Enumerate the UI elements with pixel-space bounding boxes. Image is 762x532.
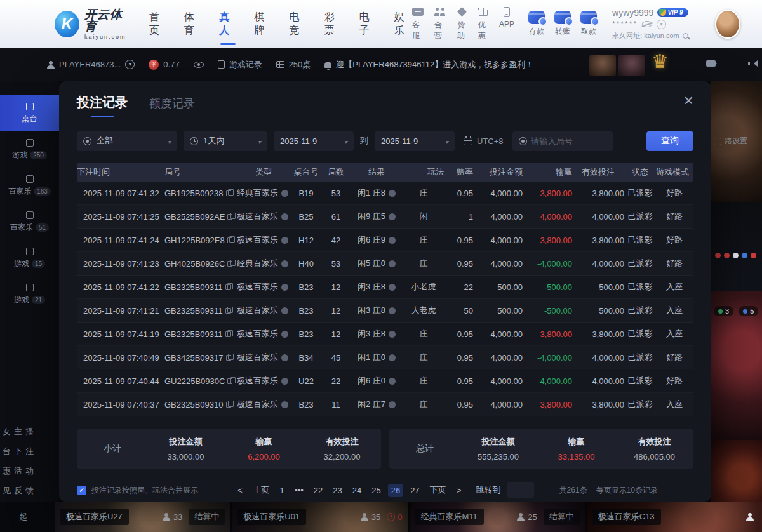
result-detail-icon[interactable] <box>389 284 396 291</box>
info-icon[interactable] <box>281 284 288 291</box>
sidebar-item[interactable]: 桌台 <box>0 95 59 131</box>
table-tile[interactable]: 极速百家乐U27 33 结算中 <box>55 502 230 532</box>
sound-toggle-icon[interactable] <box>751 60 758 67</box>
category-select[interactable]: 全部 <box>77 131 177 151</box>
nav-item[interactable]: 首页 <box>149 7 167 41</box>
info-icon[interactable] <box>281 307 288 314</box>
info-icon[interactable] <box>281 190 288 197</box>
page-button[interactable]: 27 <box>407 484 422 497</box>
page-button[interactable]: < <box>234 484 246 497</box>
result-detail-icon[interactable] <box>389 237 396 244</box>
table-row[interactable]: 2025-11-09 07:40:44 GU2225B0930C 极速百家乐 U… <box>77 369 693 393</box>
nav-item[interactable]: 棋牌 <box>254 7 272 41</box>
sidebar-link[interactable]: 惠活动 <box>3 465 59 477</box>
result-detail-icon[interactable] <box>389 190 396 197</box>
brand-logo[interactable]: K 开云体育 kaiyun.com <box>55 8 131 40</box>
player-dropdown-icon[interactable] <box>125 60 135 69</box>
quick-link[interactable]: 赞助 <box>457 6 467 41</box>
close-icon[interactable] <box>684 94 693 109</box>
table-row[interactable]: 2025-11-09 07:41:23 GH4025B0926C 经典百家乐 H… <box>77 252 693 276</box>
page-button[interactable]: ••• <box>291 484 307 497</box>
time-range-select[interactable]: 1天内 <box>184 131 267 151</box>
table-row[interactable]: 2025-11-09 07:41:24 GH1225B092E8 极速百家乐 H… <box>77 229 693 252</box>
game-records-link[interactable]: 游戏记录 <box>218 59 262 70</box>
sidebar-item[interactable]: 百家乐 51 <box>0 204 59 240</box>
round-input[interactable] <box>531 136 601 146</box>
search-icon[interactable] <box>683 33 688 39</box>
info-icon[interactable] <box>281 237 288 244</box>
result-detail-icon[interactable] <box>389 307 396 314</box>
sidebar-item[interactable]: 游戏 15 <box>0 240 59 276</box>
page-button[interactable]: 26 <box>388 484 403 497</box>
date-from-select[interactable]: 2025-11-9 <box>274 131 354 151</box>
copy-icon[interactable] <box>225 284 231 290</box>
sidebar-link[interactable]: 见反馈 <box>3 485 59 496</box>
user-dropdown-icon[interactable] <box>657 20 666 29</box>
quick-link[interactable]: 客服 <box>412 6 424 41</box>
wallet-link[interactable]: 取款 <box>580 11 597 37</box>
page-button[interactable]: 下页 <box>427 482 450 498</box>
quick-link[interactable]: 合营 <box>434 6 446 41</box>
page-button[interactable]: 25 <box>368 484 384 497</box>
search-button[interactable]: 查询 <box>646 131 693 151</box>
modal-tab[interactable]: 投注记录 <box>77 94 128 117</box>
user-avatar[interactable] <box>715 10 740 39</box>
result-detail-icon[interactable] <box>389 260 396 267</box>
nav-item[interactable]: 体育 <box>184 7 202 41</box>
sidebar-link[interactable]: 台下注 <box>3 446 59 457</box>
video-toggle-icon[interactable] <box>706 60 716 67</box>
page-button[interactable]: 22 <box>311 484 326 497</box>
nav-item[interactable]: 娱乐 <box>394 7 412 41</box>
table-row[interactable]: 2025-11-09 07:41:32 GB1925B09238 经典百家乐 B… <box>77 182 693 205</box>
result-detail-icon[interactable] <box>389 213 396 220</box>
copy-icon[interactable] <box>226 402 231 408</box>
sidebar-item[interactable]: 百家乐 163 <box>0 168 59 204</box>
info-icon[interactable] <box>281 213 288 220</box>
sidebar-link[interactable]: 起 <box>19 511 27 522</box>
quick-link[interactable]: 优惠 <box>478 6 488 41</box>
tables-count-link[interactable]: 250桌 <box>276 59 311 70</box>
info-icon[interactable] <box>281 401 288 408</box>
table-tile[interactable]: 极速百家乐U01 35 0 <box>232 502 407 532</box>
info-icon[interactable] <box>281 378 288 385</box>
copy-icon[interactable] <box>227 261 232 267</box>
result-detail-icon[interactable] <box>389 331 396 338</box>
nav-item[interactable]: 电竞 <box>289 7 307 41</box>
balance-visibility-toggle[interactable] <box>194 62 204 68</box>
nav-item[interactable]: 真人 <box>219 7 237 41</box>
copy-icon[interactable] <box>227 378 232 384</box>
table-row[interactable]: 2025-11-09 07:41:19 GB2325B09311 极速百家乐 B… <box>77 323 693 346</box>
player-selector[interactable]: PLAYER46873... <box>47 60 135 69</box>
eye-off-icon[interactable] <box>642 21 652 27</box>
result-detail-icon[interactable] <box>389 354 396 361</box>
table-row[interactable]: 2025-11-09 07:41:25 GB2525B092AE 极速百家乐 B… <box>77 205 693 229</box>
page-button[interactable]: 23 <box>330 484 345 497</box>
date-to-select[interactable]: 2025-11-9 <box>375 131 455 151</box>
copy-icon[interactable] <box>226 190 231 196</box>
page-button[interactable]: 上页 <box>250 482 272 498</box>
sidebar-link[interactable]: 女主播 <box>3 426 59 437</box>
table-row[interactable]: 2025-11-09 07:41:22 GB2325B09311 极速百家乐 B… <box>77 276 693 299</box>
page-button[interactable]: 1 <box>276 484 288 497</box>
quick-link[interactable]: APP <box>499 6 514 41</box>
table-row[interactable]: 2025-11-09 07:40:37 GB2325B09310 极速百家乐 B… <box>77 393 693 416</box>
modal-tab[interactable]: 额度记录 <box>149 96 195 117</box>
copy-icon[interactable] <box>225 331 231 337</box>
copy-icon[interactable] <box>227 214 232 220</box>
sidebar-item[interactable]: 游戏 21 <box>0 276 59 312</box>
wallet-link[interactable]: 存款 <box>528 11 545 37</box>
page-button[interactable]: > <box>453 484 465 497</box>
copy-icon[interactable] <box>225 308 231 314</box>
merge-checkbox[interactable] <box>77 486 86 495</box>
info-icon[interactable] <box>281 260 288 267</box>
table-tile[interactable]: 极速百家乐C13 <box>587 502 762 532</box>
jump-page-input[interactable] <box>507 482 534 498</box>
info-icon[interactable] <box>281 354 288 361</box>
nav-item[interactable]: 电子 <box>359 7 377 41</box>
table-tile[interactable]: 经典百家乐M11 25 结算中 <box>410 502 585 532</box>
copy-icon[interactable] <box>227 237 232 243</box>
wallet-link[interactable]: 转账 <box>554 11 571 37</box>
table-row[interactable]: 2025-11-09 07:41:21 GB2325B09311 极速百家乐 B… <box>77 299 693 323</box>
copy-icon[interactable] <box>226 355 231 361</box>
page-button[interactable]: 24 <box>349 484 364 497</box>
